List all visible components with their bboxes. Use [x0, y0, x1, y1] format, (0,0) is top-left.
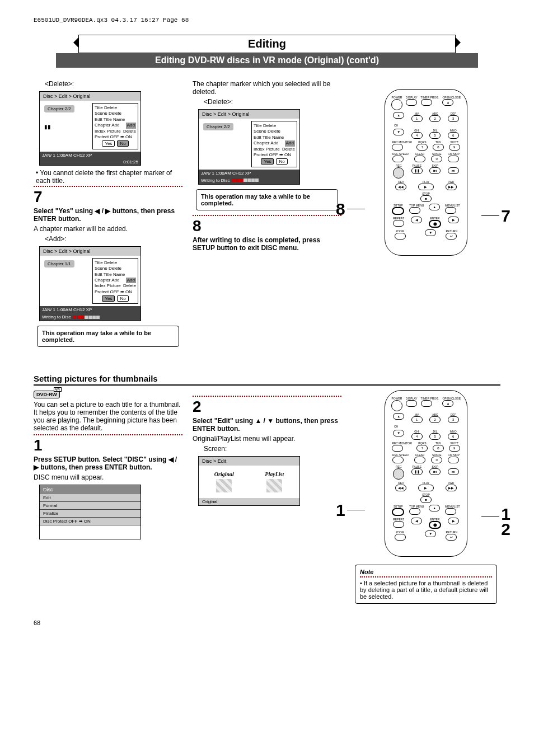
disc-menu-item: Disc Protect OFF ➡ ON — [40, 518, 140, 525]
step-separator — [193, 215, 341, 216]
label: ENTER — [429, 518, 441, 521]
menu-item: Protect OFF ➡ ON — [95, 289, 136, 295]
disc-edit-breadcrumb: Disc > Edit — [199, 457, 299, 466]
note-box: Note • If a selected picture for a thumb… — [355, 565, 497, 604]
step-separator — [34, 434, 182, 435]
step-number-7: 7 — [34, 189, 182, 205]
step1-instruction: Press SETUP button. Select "DISC" using … — [34, 456, 182, 471]
rec-button — [393, 167, 404, 179]
column-1: <Delete>: Disc > Edit > Original Chapter… — [34, 78, 182, 351]
yes-button: Yes — [261, 158, 274, 165]
label: TOP MENU — [409, 505, 424, 508]
top-menu-button — [409, 508, 420, 515]
menu-item: Chapter Add — [254, 140, 285, 146]
menu-item: Chapter Add — [95, 123, 126, 128]
osd-menu: Title Delete Scene Delete Edit Title Nam… — [92, 103, 138, 149]
intro-text: The chapter marker which you selected wi… — [193, 80, 341, 96]
label: CLEAR — [414, 152, 425, 156]
num-2: 2 — [429, 416, 441, 423]
menu-item: Title Delete — [95, 260, 136, 266]
note-text: • You cannot delete the first chapter ma… — [36, 169, 182, 185]
label: SETUP — [392, 505, 404, 508]
menu-item: Scene Delete — [95, 111, 136, 116]
menu-item: Chapter Add — [95, 278, 126, 283]
disc-edit-osd: Disc > Edit Original PlayList Original — [198, 456, 300, 506]
label: REC — [393, 164, 404, 167]
label: ZOOM — [395, 530, 406, 534]
num-5: 5 — [429, 132, 441, 139]
num-9: 9 — [449, 144, 460, 151]
pause-button: ❚❚ — [411, 167, 423, 174]
chapter-indicator: Chapter 2/2 — [44, 105, 74, 112]
label: DEF — [448, 112, 459, 115]
rec-speed-button — [392, 156, 404, 162]
progress-bar — [73, 316, 100, 319]
chapter-banner: Editing — [78, 35, 456, 53]
timer-button — [421, 400, 432, 407]
chapter-indicator: Chapter 2/2 — [203, 123, 233, 130]
label: .@/: — [411, 112, 423, 115]
label: REC MONITOR — [392, 140, 411, 144]
label: STOP — [420, 493, 432, 496]
ch-up: ▲ — [393, 413, 404, 420]
menu-item: Index Picture — [95, 129, 123, 134]
menu-item: Index Picture — [254, 147, 282, 152]
print-header: E6501UD_DVR90DEA.qx3 04.3.17 16:27 Page … — [34, 17, 500, 24]
top-menu-button — [409, 207, 420, 214]
num-1: 1 — [411, 416, 423, 423]
osd-status: JAN/ 1 1:00AM CH12 XP — [199, 170, 299, 177]
note-separator — [360, 576, 492, 577]
osd-breadcrumb: Disc > Edit > Original — [40, 247, 140, 256]
num-0: 0 — [431, 457, 442, 463]
skip-prev-button: ⏮ — [429, 167, 441, 174]
warning-box: This operation may take a while to be co… — [37, 326, 179, 347]
right-button: ▶ — [448, 518, 459, 524]
osd-status: JAN/ 1 1:00AM CH12 XP — [40, 152, 140, 159]
page-number: 68 — [34, 619, 500, 626]
label: PAUSE — [411, 164, 423, 167]
label: SKIP — [429, 164, 441, 167]
menu-item: Scene Delete — [95, 266, 136, 271]
label: MENU/LIST — [445, 204, 460, 207]
remote-diagram: POWER DISPLAY TIMER PROG. OPEN/CLOSE▲ ▲ … — [385, 89, 467, 256]
original-tile: Original — [214, 471, 234, 492]
play-button: ▶ — [418, 184, 434, 190]
tile-label: PlayList — [265, 471, 284, 477]
note-body: • If a selected picture for a thumbnail … — [360, 580, 492, 600]
label: WXYZ — [449, 442, 460, 445]
clear-button — [414, 156, 425, 162]
num-3: 3 — [448, 416, 459, 423]
section-title: Setting pictures for thumbnails — [34, 374, 500, 386]
display-button — [406, 99, 417, 106]
label: ZOOM — [395, 229, 406, 233]
label: RETURN — [446, 530, 457, 534]
osd-writing: Writing to Disc — [40, 313, 140, 321]
tile-thumb — [216, 479, 232, 492]
timer-button — [421, 99, 432, 106]
no-button: No — [117, 140, 128, 147]
down-button: ▼ — [425, 229, 436, 236]
delete-label: <Delete>: — [204, 98, 341, 106]
num-8: 8 — [433, 445, 444, 452]
num-4: 4 — [411, 132, 423, 139]
writing-label: Writing to Disc — [42, 314, 71, 320]
menu-list-button — [445, 207, 456, 214]
setup-button — [392, 207, 404, 215]
callout-1-left: 1 — [336, 501, 345, 520]
label: GHI — [411, 129, 423, 132]
left-button: ◀ — [411, 518, 422, 524]
rec-speed-button — [392, 457, 404, 463]
sec2-col3: 1 1 2 POWER DISPLAY TIMER PROG. OPEN/CLO… — [352, 390, 500, 608]
menu-item: Edit Title Name — [95, 117, 136, 123]
label: PQRS — [416, 442, 428, 445]
display-button — [406, 400, 417, 407]
num-5: 5 — [429, 433, 441, 440]
step-separator — [193, 396, 341, 397]
menu-list-button — [445, 508, 456, 515]
label: PQRS — [416, 140, 428, 144]
menu-sub: Delete — [282, 147, 295, 152]
label: SETUP — [392, 204, 404, 207]
fwd-button: ▶▶ — [446, 184, 457, 190]
down-button: ▼ — [425, 530, 436, 537]
menu-hl: Add — [126, 123, 136, 128]
